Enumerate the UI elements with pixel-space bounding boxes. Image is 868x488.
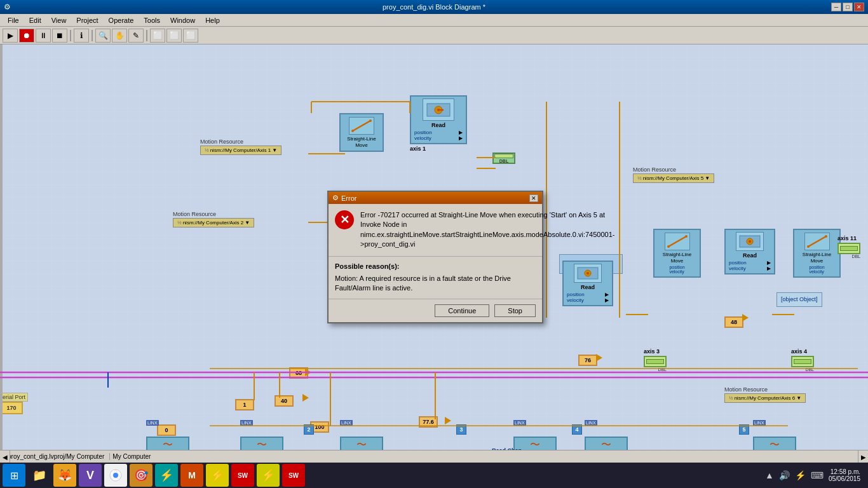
motion-resource-5-box[interactable]: ½ nism://My Computer/Axis 5 ▼	[633, 173, 714, 183]
axis4-dbl: DBL	[791, 367, 814, 372]
axis3-label: axis 3	[644, 348, 667, 355]
read-ports-2: position ▶	[566, 292, 610, 297]
tool4-button[interactable]: ⬜	[150, 29, 165, 43]
status-path: proy_cont_dig.lvproj/My Computer	[3, 453, 110, 460]
svg-point-40	[113, 473, 118, 478]
motion-resource-5-label: Motion Resource	[633, 166, 714, 173]
motion-resource-5-value: nism://My Computer/Axis 5	[643, 175, 704, 181]
motion-resource-5: Motion Resource ½ nism://My Computer/Axi…	[633, 166, 714, 183]
chan-num-4: 4	[572, 424, 582, 435]
menu-help[interactable]: Help	[200, 15, 225, 25]
pause-button[interactable]: ⏸	[36, 29, 51, 43]
minimize-button[interactable]: ─	[831, 3, 841, 11]
taskbar-network-icon: ▲	[765, 470, 774, 480]
analog-read-0: LINX 〜 Analog Read1 Chan ▼	[146, 429, 189, 450]
svg-point-22	[369, 119, 372, 122]
slm-ports-3: position velocity	[809, 265, 824, 274]
tool3-button[interactable]: ✎	[128, 29, 144, 43]
taskbar-chrome[interactable]	[104, 464, 127, 487]
taskbar-labview-icon[interactable]: ⚡	[206, 464, 229, 487]
taskbar-keyboard-icon: ⌨	[811, 470, 824, 480]
stop-button[interactable]: ⏹	[52, 29, 67, 43]
tool6-button[interactable]: ⬜	[183, 29, 198, 43]
taskbar-clock[interactable]: 12:58 p.m. 05/06/2015	[829, 468, 860, 482]
error-dialog: ⚙ Error ✕ ✕ Error -70217 occurred at Str…	[327, 191, 543, 323]
axis3-dbl: DBL	[644, 367, 667, 372]
axis1-num-display: DBL	[494, 154, 513, 163]
menu-tools[interactable]: Tools	[139, 15, 165, 25]
axis11-numbox	[837, 243, 860, 254]
status-scroll-right[interactable]: ▶	[858, 451, 868, 463]
motion-resource-2-arrow: ▼	[245, 220, 250, 226]
stop-button[interactable]: Stop	[494, 304, 536, 317]
motion-resource-1: Motion Resource ½ nism://My Computer/Axi…	[200, 139, 281, 155]
axis3-num-inner	[646, 359, 664, 364]
menu-bar: File Edit View Project Operate Tools Win…	[0, 14, 868, 27]
start-button[interactable]: ⊞	[3, 464, 25, 487]
status-bar: proy_cont_dig.lvproj/My Computer My Comp…	[0, 450, 868, 463]
num-77-6: 77.6	[419, 416, 438, 428]
read-block-2: Read position ▶ velocity ▶	[562, 261, 613, 306]
block-diagram-canvas[interactable]: Motion Resource ½ nism://My Computer/Axi…	[0, 44, 868, 450]
motion-resource-6: Motion Resource ½ nism://My Computer/Axi…	[724, 386, 806, 403]
axis11-area: axis 11 DBL	[837, 235, 860, 259]
run-button[interactable]: ▶	[3, 29, 18, 43]
restore-button[interactable]: □	[843, 3, 853, 11]
taskbar-vs[interactable]: V	[79, 464, 102, 487]
chan-num-5: 5	[739, 424, 749, 435]
axis4-area: axis 4 DBL	[791, 348, 814, 372]
motion-resource-6-box[interactable]: ½ nism://My Computer/Axis 6 ▼	[724, 393, 806, 403]
tool2-button[interactable]: ✋	[112, 29, 127, 43]
taskbar-m-app[interactable]: M	[180, 464, 203, 487]
tool1-button[interactable]: 🔍	[95, 29, 111, 43]
status-scroll-left[interactable]: ◀	[0, 451, 10, 463]
analog-read-1: LINX 〜 Analog Read1 Chan ▼	[240, 429, 283, 450]
taskbar-sw2[interactable]: SW	[282, 464, 305, 487]
taskbar-fileexplorer[interactable]: 📁	[28, 464, 51, 487]
arrow-2	[302, 394, 309, 402]
taskbar-extra[interactable]: ⚡	[257, 464, 280, 487]
menu-operate[interactable]: Operate	[104, 15, 139, 25]
serial-port-box: 170	[0, 402, 23, 414]
linx-5-label: LINX	[753, 420, 766, 426]
taskbar-sw1[interactable]: SW	[231, 464, 254, 487]
serial-port-label: erial Port	[0, 393, 28, 402]
read-block-3: Read position ▶ velocity ▶	[724, 229, 775, 274]
axis3-area: axis 3 DBL	[644, 348, 667, 372]
error-dialog-close-button[interactable]: ✕	[529, 194, 538, 202]
menu-project[interactable]: Project	[71, 15, 103, 25]
menu-edit[interactable]: Edit	[24, 15, 46, 25]
svg-point-35	[749, 240, 751, 243]
taskbar-matlab[interactable]: 🎯	[130, 464, 153, 487]
motion-resource-2-box[interactable]: ½ nism://My Computer/Axis 2 ▼	[173, 218, 254, 227]
analog-read-0-icon: 〜	[163, 438, 173, 450]
linx-3-label: LINX	[513, 420, 526, 426]
analog-read-5-icon: 〜	[770, 438, 780, 450]
info-button[interactable]: ℹ	[74, 29, 89, 43]
read-icon-3	[736, 232, 764, 251]
analog-read-4: LINX 〜 Analog Read1 Chan ▼	[585, 429, 628, 450]
menu-file[interactable]: File	[3, 15, 24, 25]
axis4-numbox	[791, 356, 814, 367]
motion-resource-1-box[interactable]: ½ nism://My Computer/Axis 1 ▼	[200, 146, 281, 155]
tool5-button[interactable]: ⬜	[166, 29, 182, 43]
taskbar-arduino[interactable]: ⚡	[155, 464, 178, 487]
taskbar-firefox[interactable]: 🦊	[53, 464, 76, 487]
motion-resource-1-label: Motion Resource	[200, 139, 281, 145]
error-dialog-icon-area: ⚙ Error	[332, 194, 356, 202]
svg-point-29	[587, 272, 589, 274]
continue-button[interactable]: Continue	[435, 304, 489, 317]
close-button[interactable]: ✕	[854, 3, 864, 11]
record-button[interactable]: ⏺	[19, 29, 34, 43]
menu-window[interactable]: Window	[165, 15, 200, 25]
velocity-port-1: velocity	[414, 135, 431, 141]
slm-label-3: Straight-LineMove	[803, 252, 831, 264]
error-reason-text: Motion: A required resource is in a faul…	[335, 274, 536, 294]
menu-view[interactable]: View	[46, 15, 72, 25]
taskbar: ⊞ 📁 🦊 V 🎯 ⚡ M ⚡ SW ⚡ SW ▲ 🔊 ⚡ ⌨ 12:58 p.…	[0, 463, 868, 488]
svg-point-21	[351, 130, 354, 132]
linx-2-label: LINX	[340, 420, 353, 426]
axis1-numbox: DBL	[492, 152, 515, 164]
position-port-2: position	[567, 292, 585, 297]
error-reason-label: Possible reason(s):	[335, 262, 536, 271]
